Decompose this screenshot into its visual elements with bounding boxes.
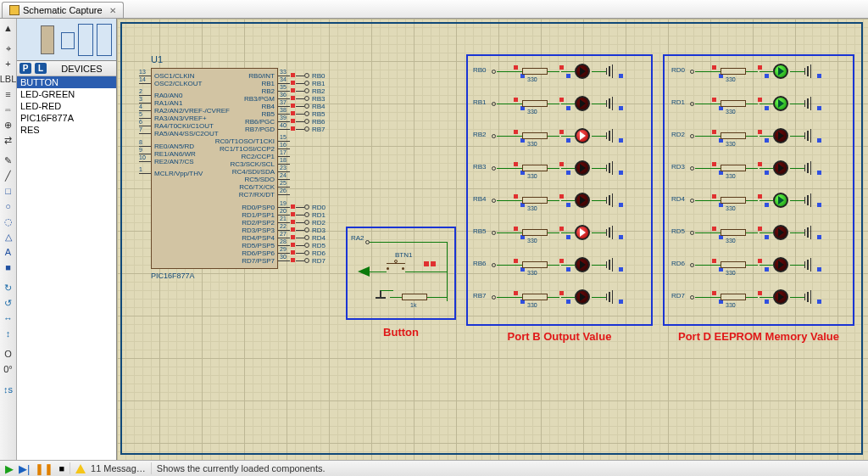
- btn-ref: BTN1: [395, 251, 412, 259]
- close-icon[interactable]: ✕: [109, 6, 116, 15]
- tool-2[interactable]: ⌖: [2, 42, 15, 55]
- net-label: RB5: [473, 227, 487, 235]
- warning-icon[interactable]: [75, 464, 86, 473]
- tool-6[interactable]: ⎓: [2, 103, 15, 116]
- net-label: RD3: [671, 163, 685, 171]
- tool-7[interactable]: ⊕: [2, 118, 15, 132]
- canvas-viewport[interactable]: U113OSC1/CLKIN14OSC2/CLKOUT2RA0/AN03RA1/…: [117, 19, 868, 460]
- stop-button[interactable]: ■: [58, 463, 64, 473]
- devices-list[interactable]: BUTTONLED-GREENLED-REDPIC16F877ARES: [17, 76, 116, 460]
- resistor: [522, 132, 548, 139]
- resistor: [522, 100, 548, 107]
- net-label: RB6: [473, 260, 487, 267]
- net-label: RD4: [671, 195, 685, 203]
- tool-0[interactable]: ▲: [2, 21, 15, 35]
- device-item[interactable]: LED-GREEN: [17, 88, 116, 100]
- resistor: [721, 132, 746, 139]
- tab-icon: [9, 5, 19, 15]
- resistor: [522, 197, 548, 204]
- chip-part: PIC16F877A: [151, 272, 195, 280]
- net-label: RD1: [671, 98, 685, 106]
- resistor: [721, 165, 746, 171]
- resistor: [522, 229, 548, 236]
- devices-header-label: DEVICES: [50, 64, 114, 74]
- pause-button[interactable]: ❚❚: [35, 462, 53, 475]
- resistor: [721, 100, 746, 107]
- resistor: [522, 68, 548, 75]
- tool-27[interactable]: ↕s: [2, 383, 15, 396]
- net-label: RD7: [671, 292, 685, 300]
- tool-25[interactable]: 0°: [2, 362, 15, 376]
- vertical-toolbar: ▲⌖+LBL≡⎓⊕⇄✎╱□○◌△A■↻↺↔↕O0°↕s: [0, 19, 17, 460]
- play-button[interactable]: ▶: [5, 462, 14, 475]
- device-item[interactable]: PIC16F877A: [17, 112, 116, 124]
- group-portd: [663, 54, 854, 326]
- res-btn-value: 1k: [410, 302, 416, 308]
- message-count[interactable]: 11 Messag…: [91, 463, 146, 473]
- device-item[interactable]: BUTTON: [17, 76, 116, 88]
- tool-3[interactable]: +: [2, 57, 15, 70]
- tool-19[interactable]: ↻: [2, 281, 15, 294]
- resistor: [721, 68, 746, 75]
- p-button[interactable]: P: [19, 63, 31, 74]
- step-button[interactable]: ▶|: [19, 462, 30, 475]
- net-label: RD5: [671, 227, 685, 235]
- side-panel: P L DEVICES BUTTONLED-GREENLED-REDPIC16F…: [17, 19, 117, 460]
- tool-21[interactable]: ↔: [2, 311, 15, 325]
- arrow-icon: [358, 266, 370, 277]
- resistor: [721, 294, 746, 300]
- resistor: [522, 294, 548, 300]
- group-button-title: Button: [346, 326, 456, 339]
- net-label: RD0: [671, 66, 685, 74]
- tool-16[interactable]: A: [2, 245, 15, 259]
- tool-4[interactable]: LBL: [2, 72, 15, 86]
- net-label: RB2: [473, 131, 487, 138]
- net-label: RB1: [473, 98, 487, 106]
- tool-17[interactable]: ■: [2, 260, 15, 274]
- devices-header: P L DEVICES: [17, 61, 116, 76]
- net-label: RB4: [473, 195, 487, 203]
- group-portd-title: Port D EEPROM Memory Value: [663, 330, 854, 343]
- tool-8[interactable]: ⇄: [2, 133, 15, 147]
- tool-12[interactable]: □: [2, 184, 15, 198]
- tool-14[interactable]: ◌: [2, 215, 15, 228]
- net-label: RD2: [671, 131, 685, 138]
- tab-title: Schematic Capture: [23, 5, 103, 15]
- tool-20[interactable]: ↺: [2, 296, 15, 310]
- schematic-canvas[interactable]: U113OSC1/CLKIN14OSC2/CLKOUT2RA0/AN03RA1/…: [117, 19, 868, 460]
- net-label: RD6: [671, 260, 685, 267]
- chip-ref: U1: [151, 54, 163, 64]
- resistor: [522, 261, 548, 268]
- signal-ra2: RA2: [351, 234, 364, 242]
- device-item[interactable]: RES: [17, 124, 116, 136]
- tool-15[interactable]: △: [2, 230, 15, 244]
- design-overview[interactable]: [17, 19, 116, 61]
- group-portb: [466, 54, 653, 326]
- group-portb-title: Port B Output Value: [466, 330, 653, 343]
- tool-5[interactable]: ≡: [2, 87, 15, 101]
- net-label: RB3: [473, 163, 487, 171]
- tab-schematic[interactable]: Schematic Capture ✕: [2, 2, 124, 18]
- resistor: [721, 229, 746, 236]
- tool-11[interactable]: ╱: [2, 169, 15, 182]
- net-label: RB0: [473, 66, 487, 74]
- resistor-btn: [402, 294, 427, 300]
- status-text: Shows the currently loaded components.: [157, 463, 326, 473]
- tool-10[interactable]: ✎: [2, 154, 15, 167]
- device-item[interactable]: LED-RED: [17, 100, 116, 112]
- l-button[interactable]: L: [35, 63, 47, 74]
- status-bar: ▶ ▶| ❚❚ ■ 11 Messag… Shows the currently…: [0, 460, 868, 476]
- tool-13[interactable]: ○: [2, 199, 15, 213]
- resistor: [721, 197, 746, 204]
- net-label: RB7: [473, 292, 487, 300]
- tool-22[interactable]: ↕: [2, 327, 15, 340]
- tool-24[interactable]: O: [2, 347, 15, 361]
- resistor: [522, 165, 548, 171]
- resistor: [721, 261, 746, 268]
